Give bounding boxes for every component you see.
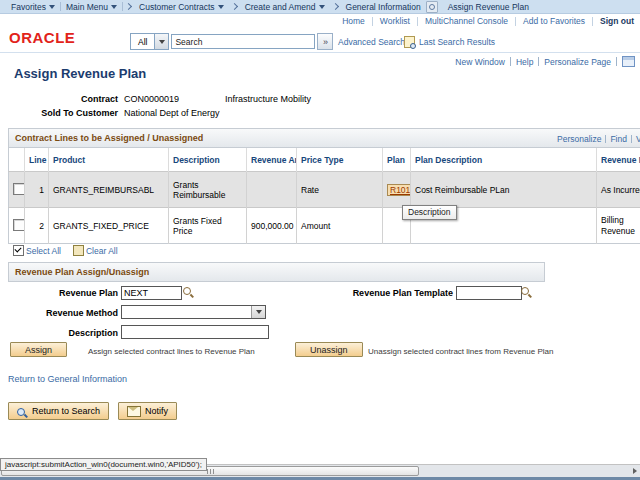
- return-to-general-information-link[interactable]: Return to General Information: [8, 374, 127, 384]
- breadcrumb-search-icon[interactable]: [426, 1, 438, 13]
- grid-links-divider: [631, 135, 632, 143]
- line-cell: 1: [25, 172, 49, 208]
- copy-url-icon[interactable]: [622, 56, 635, 67]
- revenue-method-cell: As Incurred: [597, 172, 640, 208]
- revenue-method-cell: Billing Revenue: [597, 208, 640, 244]
- add-to-favorites-link[interactable]: Add to Favorites: [523, 16, 585, 26]
- notify-label: Notify: [145, 406, 168, 416]
- breadcrumb-create-and-amend-label: Create and Amend: [245, 2, 316, 12]
- worklist-link[interactable]: Worklist: [380, 16, 410, 26]
- revenue-plan-template-lookup-icon[interactable]: [521, 287, 532, 298]
- breadcrumb-general-information[interactable]: General Information: [341, 1, 443, 13]
- personalize-page-link[interactable]: Personalize Page: [544, 57, 611, 67]
- breadcrumb-main-menu[interactable]: Main Menu: [61, 2, 122, 12]
- grid-header-bar: Contract Lines to be Assigned / Unassign…: [8, 128, 640, 148]
- last-search-results[interactable]: Last Search Results: [404, 36, 495, 48]
- price-type-cell: Amount: [297, 208, 383, 244]
- chevron-down-icon: [49, 5, 55, 9]
- contract-id-value: CON0000019: [124, 94, 179, 104]
- clear-all-control[interactable]: Clear All: [73, 245, 118, 256]
- chevron-down-icon: [159, 40, 165, 44]
- plan-link[interactable]: R101: [387, 184, 411, 196]
- breadcrumb-main-menu-label: Main Menu: [66, 2, 108, 12]
- view-all-link[interactable]: View All: [636, 134, 640, 144]
- product-cell: GRANTS_FIXED_PRICE: [49, 208, 169, 244]
- description-column-header: Description: [169, 148, 247, 172]
- scrollbar-right-arrow-icon[interactable]: [633, 468, 637, 474]
- price-type-column-header: Price Type: [297, 148, 383, 172]
- multichannel-console-link[interactable]: MultiChannel Console: [425, 16, 508, 26]
- contract-description-value: Infrastructure Mobility: [225, 94, 311, 104]
- search-scope-dropdown[interactable]: All: [130, 33, 169, 50]
- return-to-search-label: Return to Search: [32, 406, 100, 416]
- notify-button[interactable]: Notify: [118, 402, 177, 420]
- description-input[interactable]: [121, 325, 269, 339]
- chevron-down-icon: [218, 5, 224, 9]
- selection-controls: Select All Clear All: [13, 245, 118, 256]
- home-link[interactable]: Home: [342, 16, 365, 26]
- breadcrumb-separator-icon: [231, 3, 238, 10]
- revenue-amount-column-header: Revenue Amount: [247, 148, 297, 172]
- new-window-link[interactable]: New Window: [455, 57, 505, 67]
- line-cell: 2: [25, 208, 49, 244]
- revenue-method-value: [122, 306, 251, 318]
- notify-envelope-icon: [127, 406, 141, 417]
- breadcrumb-separator-icon: [331, 3, 338, 10]
- revenue-method-dropdown-button[interactable]: [251, 306, 265, 318]
- application-window: Favorites Main Menu Customer Contracts C…: [0, 0, 640, 480]
- personalize-grid-link[interactable]: Personalize: [557, 134, 601, 144]
- page-actions: New Window Help Personalize Page: [455, 56, 635, 67]
- plan-cell: R101: [383, 172, 411, 208]
- advanced-search-link[interactable]: Advanced Search: [338, 37, 405, 47]
- description-cell: Grants Fixed Price: [169, 208, 247, 244]
- line-column-header: Line: [25, 148, 49, 172]
- plan-description-cell: Cost Reimbursable PLan: [411, 172, 597, 208]
- revenue-plan-lookup-icon[interactable]: [183, 287, 194, 298]
- search-scope-button[interactable]: [154, 34, 168, 49]
- last-search-results-label: Last Search Results: [419, 37, 495, 47]
- breadcrumb-customer-contracts[interactable]: Customer Contracts: [134, 2, 229, 12]
- search-go-button[interactable]: »: [317, 33, 333, 50]
- revenue-method-text: Billing Revenue: [601, 215, 640, 236]
- revenue-plan-input[interactable]: [121, 286, 182, 300]
- description-label: Description: [8, 328, 118, 338]
- grid-links-divider: [605, 135, 606, 143]
- help-link[interactable]: Help: [516, 57, 533, 67]
- select-column-header: [9, 148, 25, 172]
- plan-description-column-header: Plan Description: [411, 148, 597, 172]
- header-divider: [0, 52, 640, 53]
- chevron-down-icon: [319, 5, 325, 9]
- search-bar: All »: [130, 33, 333, 50]
- table-row: 1 GRANTS_REIMBURSABL Grants Reimbursable…: [9, 172, 640, 208]
- oracle-logo: ORACLE: [9, 29, 75, 46]
- row-select-cell: [9, 172, 25, 208]
- revenue-plan-label: Revenue Plan: [8, 288, 118, 298]
- contract-lines-table: Line Product Description Revenue Amount …: [8, 148, 640, 244]
- header-links: Home Worklist MultiChannel Console Add t…: [342, 14, 634, 28]
- revenue-plan-template-input[interactable]: [456, 286, 522, 300]
- unassign-button[interactable]: Unassign: [295, 342, 363, 357]
- chevron-down-icon: [111, 5, 117, 9]
- chevron-down-icon: [256, 310, 262, 314]
- row-select-cell: [9, 208, 25, 244]
- select-all-control[interactable]: Select All: [13, 245, 61, 256]
- find-link[interactable]: Find: [610, 134, 627, 144]
- search-input[interactable]: [171, 34, 315, 49]
- revenue-plan-header-bar: Revenue Plan Assign/Unassign: [8, 262, 545, 282]
- breadcrumb-create-and-amend[interactable]: Create and Amend: [240, 2, 330, 12]
- breadcrumb-favorites-label: Favorites: [11, 2, 46, 12]
- revenue-plan-section-title: Revenue Plan Assign/Unassign: [15, 267, 149, 277]
- revenue-method-select[interactable]: [121, 305, 266, 319]
- sign-out-link[interactable]: Sign out: [600, 16, 634, 26]
- grid-title: Contract Lines to be Assigned / Unassign…: [15, 133, 203, 143]
- return-to-search-button[interactable]: Return to Search: [8, 402, 109, 420]
- header-links-divider: [417, 17, 418, 26]
- assign-button[interactable]: Assign: [10, 342, 67, 357]
- row-checkbox[interactable]: [13, 219, 25, 231]
- table-row: 2 GRANTS_FIXED_PRICE Grants Fixed Price …: [9, 208, 640, 244]
- breadcrumb-separator-icon: [125, 3, 132, 10]
- sold-to-customer-label: Sold To Customer: [0, 108, 118, 118]
- breadcrumb-favorites[interactable]: Favorites: [6, 2, 60, 12]
- scrollbar-grip-icon: [207, 469, 214, 474]
- row-checkbox[interactable]: [13, 183, 25, 195]
